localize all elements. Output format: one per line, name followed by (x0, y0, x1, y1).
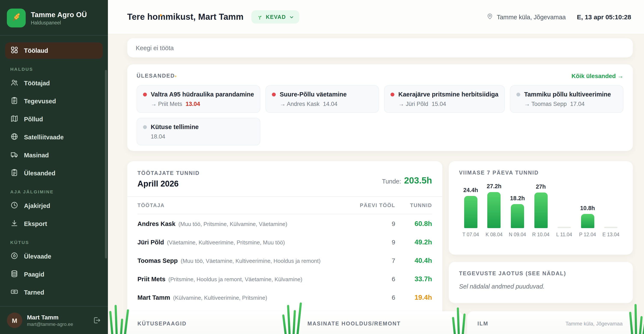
sidebar-scrollbar[interactable] (105, 70, 107, 259)
user-info: Mart Tamm mart@tamme-agro.ee (27, 314, 88, 327)
hours-total: Tunde: 203.5h (382, 175, 432, 186)
sidebar-item-pollud[interactable]: Põllud (5, 111, 103, 127)
worker-name: Mart Tamm (138, 294, 170, 301)
table-body: Andres Kask(Muu töö, Pritsmine, Külvamin… (138, 214, 432, 306)
dashboard-grid-icon (10, 46, 18, 55)
company-name: Tamme Agro OÜ (31, 11, 87, 19)
main-area: Tere hommikust, Mart Tamm KEVAD (108, 0, 644, 334)
bar-value-label: 24.4h (463, 187, 478, 194)
sidebar-item-label: Ülevaade (24, 253, 51, 260)
fuel-tanks-card: KÜTUSEPAAGID (127, 311, 293, 334)
worker-hours-title-block: TÖÖTAJATE TUNNID Aprill 2026 (138, 170, 200, 189)
table-row[interactable]: Jüri Põld(Väetamine, Kultiveerimine, Pri… (138, 233, 432, 251)
sidebar-section-aja-jalgimine: AJA JÄLGIMINE (5, 189, 103, 194)
sidebar-item-ulesanded[interactable]: Ülesanded (5, 165, 103, 181)
chart-bar (464, 196, 478, 228)
worker-days: 6 (358, 294, 395, 301)
brand-text: Tamme Agro OÜ Halduspaneel (31, 11, 87, 25)
col-worker: TÖÖTAJA (138, 202, 358, 208)
chart-bar (581, 214, 594, 228)
task-date: 15.04 (432, 101, 446, 107)
worker-hours-month: Aprill 2026 (138, 179, 200, 189)
task-assignee: → Priit Mets (151, 101, 182, 107)
sprout-icon (256, 14, 263, 20)
sidebar-item-ulevaade[interactable]: Ülevaade (5, 248, 103, 265)
sidebar-item-paagid[interactable]: Paagid (5, 266, 103, 283)
distribution-title: TEGEVUSTE JAOTUS (SEE NÄDAL) (459, 271, 622, 277)
worker-activities: (Külvamine, Kultiveerimine, Pritsmine) (173, 294, 267, 301)
worker-days: 9 (358, 239, 395, 245)
sparkle-dot (160, 14, 162, 16)
task-card[interactable]: Kütuse tellimine 18.04 (136, 118, 260, 145)
task-card[interactable]: Tammiku põllu kultiveerimine → Toomas Se… (510, 85, 624, 113)
topbar: Tere hommikust, Mart Tamm KEVAD (108, 0, 644, 34)
sidebar-item-eksport[interactable]: Eksport (5, 216, 103, 232)
task-status-dot (272, 92, 276, 96)
sidebar-item-label: Töötajad (24, 80, 50, 87)
worker-name: Priit Mets (138, 275, 166, 282)
chart-title: VIIMASE 7 PÄEVA TUNNID (459, 170, 622, 176)
working-status-bar: Keegi ei tööta (127, 38, 633, 57)
tasks-card: ÜLESANDED Kõik ülesanded → Valtra A95 hü… (127, 64, 633, 151)
truck-icon (10, 150, 18, 160)
task-meta: → Priit Mets 13.04 (143, 101, 254, 107)
task-assignee: → Jüri Põld (398, 101, 428, 107)
table-row[interactable]: Toomas Sepp(Muu töö, Väetamine, Kultivee… (138, 251, 432, 270)
task-date: 14.04 (323, 101, 338, 107)
weather-title: ILM (478, 321, 488, 327)
sidebar-item-label: Töölaud (24, 47, 48, 54)
bar-category-label: K 08.04 (486, 232, 502, 237)
worker-hours: 33.7h (395, 275, 432, 283)
users-icon (10, 78, 18, 88)
worker-name: Jüri Põld (138, 239, 164, 245)
task-title: Valtra A95 hüdraulika parandamine (151, 91, 254, 98)
worker-name: Toomas Sepp (138, 257, 178, 264)
sidebar-item-tootajad[interactable]: Töötajad (5, 75, 103, 91)
company-subtitle: Halduspaneel (31, 20, 87, 25)
table-row[interactable]: Andres Kask(Muu töö, Pritsmine, Külvamin… (138, 214, 432, 233)
chart-bar (534, 193, 548, 228)
task-title: Kaerajärve pritsmine herbitsiidiga (398, 91, 498, 98)
season-selector[interactable]: KEVAD (251, 10, 299, 24)
worker-hours: 49.2h (395, 238, 432, 246)
chart-column: 10.8h P 12.04 (576, 181, 599, 237)
table-row[interactable]: Priit Mets(Pritsmine, Hooldus ja remont,… (138, 270, 432, 288)
sidebar-item-label: Tegevused (24, 98, 56, 105)
avatar: M (7, 312, 22, 328)
sidebar-item-masinad[interactable]: Masinad (5, 147, 103, 163)
sidebar-item-satelliitvaade[interactable]: Satelliitvaade (5, 129, 103, 145)
task-title: Kütuse tellimine (151, 123, 199, 130)
sidebar-item-toolaud[interactable]: Töölaud (5, 43, 103, 59)
task-card[interactable]: Kaerajärve pritsmine herbitsiidiga → Jür… (384, 85, 505, 113)
worker-hours: 60.8h (395, 220, 432, 227)
sidebar-nav: Töölaud HALDUS Töötajad (0, 36, 108, 306)
worker-activities: (Muu töö, Väetamine, Kultiveerimine, Hoo… (181, 257, 320, 264)
topbar-right: Tamme küla, Jõgevamaa E, 13 apr 05:10:28 (486, 13, 631, 21)
sidebar-item-label: Põllud (24, 116, 43, 123)
task-card[interactable]: Suure-Põllu väetamine → Andres Kask 14.0… (266, 85, 379, 113)
task-title-row: Valtra A95 hüdraulika parandamine (143, 91, 254, 98)
task-card[interactable]: Valtra A95 hüdraulika parandamine → Prii… (136, 85, 260, 113)
worker-activities: (Väetamine, Kultiveerimine, Pritsmine, M… (167, 239, 285, 245)
machine-maintenance-card: MASINATE HOOLDUS/REMONT (297, 311, 463, 334)
task-status-dot (143, 125, 147, 129)
sidebar-section-haldus: HALDUS (5, 66, 103, 72)
task-meta: → Andres Kask 14.04 (272, 101, 372, 107)
bar-category-label: P 12.04 (579, 232, 596, 237)
banknote-icon (10, 288, 18, 297)
task-status-dot (391, 92, 394, 96)
sidebar-item-tarned[interactable]: Tarned (5, 284, 103, 300)
bar-value-label: 18.2h (510, 195, 525, 202)
task-date: 18.04 (151, 133, 165, 140)
weather-location: Tamme küla, Jõgevamaa (566, 321, 622, 327)
table-header-row: TÖÖTAJA PÄEVI TÖÖL TUNNID (138, 197, 432, 214)
sidebar-item-label: Masinad (24, 152, 49, 159)
worker-hours-table: TÖÖTAJA PÄEVI TÖÖL TUNNID Andres Kask(Mu… (127, 196, 442, 306)
logout-button[interactable] (92, 316, 101, 324)
table-row[interactable]: Mart Tamm(Külvamine, Kultiveerimine, Pri… (138, 288, 432, 306)
sidebar-item-ajakirjed[interactable]: Ajakirjed (5, 198, 103, 214)
all-tasks-link[interactable]: Kõik ülesanded → (572, 72, 624, 79)
task-date: 13.04 (186, 101, 200, 107)
sidebar-item-tegevused[interactable]: Tegevused (5, 93, 103, 109)
bar-category-label: L 11.04 (556, 232, 572, 237)
